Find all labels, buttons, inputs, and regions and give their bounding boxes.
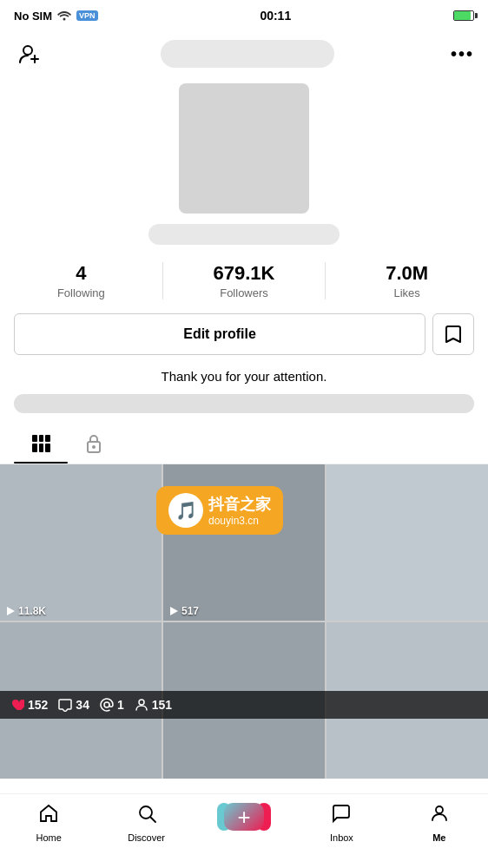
overlay-mentions: 1 (100, 698, 124, 712)
svg-rect-5 (39, 435, 43, 442)
play-count-1: 11.8K (5, 605, 46, 617)
nav-me-label: Me (432, 832, 445, 843)
overlay-comments: 34 (58, 698, 89, 712)
nav-discover[interactable]: Discover (97, 803, 195, 843)
likes-stat[interactable]: 7.0M Likes (326, 262, 488, 299)
svg-point-1 (23, 46, 32, 55)
profile-section (0, 76, 488, 262)
avatar (179, 83, 309, 214)
overlay-followers: 151 (135, 698, 172, 712)
nav-inbox-label: Inbox (330, 832, 353, 843)
followers-label: Followers (220, 286, 268, 299)
vpn-badge: VPN (76, 10, 98, 21)
grid-icon (31, 434, 50, 458)
home-icon (38, 803, 59, 829)
likes-label: Likes (394, 286, 420, 299)
svg-rect-6 (45, 435, 50, 442)
lock-icon (85, 434, 102, 457)
wifi-icon (57, 10, 71, 21)
svg-point-11 (92, 445, 96, 449)
video-cell-1[interactable]: 11.8K (0, 464, 162, 621)
overlay-likes-count: 152 (28, 698, 48, 712)
watermark-text: 抖音之家 douyin3.cn (208, 494, 271, 527)
status-right (453, 10, 474, 21)
stats-overlay-bar: 152 34 1 151 (0, 691, 488, 719)
overlay-likes: 152 (10, 698, 48, 712)
svg-rect-8 (39, 444, 43, 452)
followers-stat[interactable]: 679.1K Followers (163, 262, 326, 299)
overlay-comments-count: 34 (76, 698, 89, 712)
tab-liked[interactable] (68, 427, 120, 464)
nav-home[interactable]: Home (0, 803, 97, 843)
stats-row: 4 Following 679.1K Followers 7.0M Likes (0, 262, 488, 299)
svg-rect-9 (45, 444, 50, 452)
watermark-icon: 🎵 (168, 493, 203, 528)
play-count-2: 517 (168, 605, 199, 617)
content-area: ••• 4 Following 679.1K Followers 7.0M Li… (0, 31, 488, 793)
edit-profile-button[interactable]: Edit profile (14, 313, 425, 355)
video-cell-3[interactable] (326, 464, 488, 621)
status-bar: No SIM VPN 00:11 (0, 0, 488, 31)
svg-point-0 (63, 18, 66, 21)
more-options-button[interactable]: ••• (451, 44, 474, 64)
svg-marker-12 (7, 607, 15, 615)
top-nav: ••• (0, 31, 488, 76)
link-bar[interactable] (14, 394, 474, 413)
status-left: No SIM VPN (14, 10, 98, 23)
watermark-line2: douyin3.cn (208, 515, 271, 527)
username-bar (148, 224, 340, 245)
watermark-line1: 抖音之家 (208, 494, 271, 515)
svg-rect-7 (32, 444, 37, 452)
bottom-nav: Home Discover + Inbox Me (0, 793, 488, 868)
username-display (161, 40, 334, 68)
add-user-button[interactable] (14, 38, 45, 69)
nav-discover-label: Discover (128, 832, 165, 843)
bio-text: Thank you for your attention. (0, 369, 488, 384)
nav-me[interactable]: Me (391, 803, 488, 843)
nav-create[interactable]: + (195, 803, 293, 831)
svg-marker-13 (170, 607, 178, 615)
svg-point-14 (104, 702, 109, 707)
nav-home-label: Home (36, 832, 62, 843)
svg-point-18 (436, 806, 443, 813)
create-plus-button[interactable]: + (224, 803, 264, 831)
following-stat[interactable]: 4 Following (0, 262, 163, 299)
bookmark-button[interactable] (432, 313, 474, 355)
tabs-row (0, 427, 488, 464)
battery-icon (453, 10, 474, 21)
carrier-label: No SIM (14, 10, 52, 23)
followers-count: 679.1K (214, 262, 275, 285)
following-label: Following (57, 286, 105, 299)
overlay-followers-count: 151 (152, 698, 172, 712)
inbox-icon (331, 803, 352, 829)
nav-inbox[interactable]: Inbox (293, 803, 390, 843)
svg-line-17 (150, 818, 155, 823)
action-buttons: Edit profile (14, 313, 474, 355)
discover-icon (136, 803, 157, 829)
me-icon (429, 803, 450, 829)
following-count: 4 (76, 262, 86, 285)
status-time: 00:11 (260, 9, 291, 23)
likes-count: 7.0M (386, 262, 428, 285)
svg-point-15 (139, 700, 144, 705)
watermark: 🎵 抖音之家 douyin3.cn (156, 486, 283, 535)
tab-videos[interactable] (14, 427, 68, 464)
overlay-mentions-count: 1 (117, 698, 124, 712)
svg-rect-4 (32, 435, 37, 442)
